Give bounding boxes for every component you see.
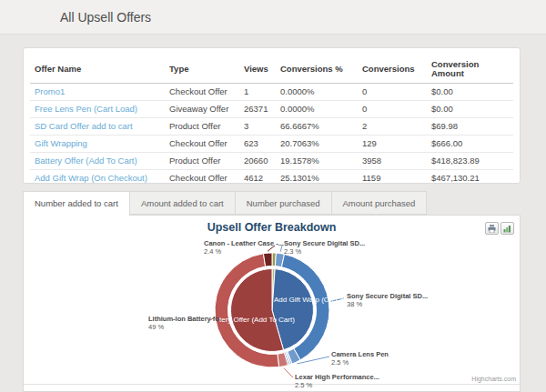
pie-slice-label-name: Sony Secure Digital SD... xyxy=(284,239,365,247)
chart-tabs: Number added to cart Amount added to car… xyxy=(23,191,426,216)
offer-link[interactable]: Battery Offer (Add To Cart) xyxy=(35,156,137,166)
table-cell: 0.0000% xyxy=(276,101,358,118)
offer-link[interactable]: Add Gift Wrap (On Checkout) xyxy=(35,173,147,183)
inner-slice-label: tery Offer (Add To Cart) xyxy=(219,316,295,324)
offer-name-cell: Free Lens Pen (Cart Load) xyxy=(30,101,165,118)
table-header-row: Offer NameTypeViewsConversions %Conversi… xyxy=(30,55,513,84)
offer-name-cell: SD Card Offer add to cart xyxy=(30,118,165,136)
pie-slice-label-percent: 2.5 % xyxy=(295,381,379,389)
table-cell: $467,130.21 xyxy=(427,170,513,187)
tab-number-purchased[interactable]: Number purchased xyxy=(235,191,332,215)
table-cell: 20660 xyxy=(239,153,276,170)
offers-table-card: Offer NameTypeViewsConversions %Conversi… xyxy=(23,47,521,184)
table-cell: 1 xyxy=(239,84,276,101)
pie-slice-label-name: Lexar High Performance... xyxy=(295,373,379,381)
tab-number-added-to-cart[interactable]: Number added to cart xyxy=(23,191,130,216)
table-row: SD Card Offer add to cartProduct Offer36… xyxy=(30,118,513,136)
column-header: Views xyxy=(239,55,276,84)
chart-credits[interactable]: Highcharts.com xyxy=(471,376,516,382)
column-header: Conversions % xyxy=(276,55,358,84)
table-cell: 0 xyxy=(358,84,427,101)
table-row: Promo1Checkout Offer10.0000%0$0.00 xyxy=(30,84,513,101)
pie-slice-label: Sony Secure Digital SD...2.3 % xyxy=(284,239,365,256)
offer-name-cell: Add Gift Wrap (On Checkout) xyxy=(30,170,165,187)
page-title: All Upsell Offers xyxy=(0,0,546,25)
pie-slice-label: Canon - Leather Case -...2.4 % xyxy=(204,239,284,256)
pie-slice-label-name: Sony Secure Digital SD... xyxy=(347,292,428,300)
table-cell: 0 xyxy=(358,101,427,118)
upsell-breakdown-chart: Upsell Offer Breakdown Sony Secure Digit… xyxy=(24,216,520,385)
tab-amount-added-to-cart[interactable]: Amount added to cart xyxy=(129,191,236,215)
tab-content-panel: Upsell Offer Breakdown Sony Secure Digit… xyxy=(23,215,521,392)
table-cell: 3 xyxy=(239,118,276,136)
table-cell: $69.98 xyxy=(427,118,513,136)
column-header: Conversion Amount xyxy=(427,55,513,84)
table-cell: 19.1578% xyxy=(276,153,358,170)
table-cell: 66.6667% xyxy=(276,118,358,136)
table-cell: Checkout Offer xyxy=(165,170,239,187)
pie-slice-label-percent: 38 % xyxy=(347,300,428,308)
inner-slice-label: Add Gift Warp (On Chec... xyxy=(274,296,359,304)
table-cell: 623 xyxy=(239,136,276,153)
table-row: Free Lens Pen (Cart Load)Giveaway Offer2… xyxy=(30,101,513,118)
table-row: Battery Offer (Add To Cart)Product Offer… xyxy=(30,153,513,170)
table-cell: 4612 xyxy=(239,170,276,187)
offer-link[interactable]: Promo1 xyxy=(35,86,65,96)
table-cell: Product Offer xyxy=(165,153,239,170)
offer-name-cell: Gift Wrapping xyxy=(30,136,165,153)
table-cell: Giveaway Offer xyxy=(165,101,239,118)
table-row: Gift WrappingCheckout Offer62320.7063%12… xyxy=(30,136,513,153)
label-connector-line xyxy=(284,368,293,377)
table-cell: 26371 xyxy=(239,101,276,118)
offer-link[interactable]: SD Card Offer add to cart xyxy=(35,121,133,131)
table-cell: 129 xyxy=(358,136,427,153)
tab-amount-purchased[interactable]: Amount purchased xyxy=(331,191,428,215)
table-cell: 3958 xyxy=(358,153,427,170)
offer-link[interactable]: Free Lens Pen (Cart Load) xyxy=(35,104,137,114)
table-cell: 20.7063% xyxy=(276,136,358,153)
pie-slice-label-percent: 49 % xyxy=(148,323,225,331)
pie-slice-label: Camera Lens Pen2.5 % xyxy=(331,350,389,367)
pie-slice-label-percent: 2.4 % xyxy=(204,247,284,256)
table-cell: 0.0000% xyxy=(276,84,358,101)
table-cell: Checkout Offer xyxy=(165,136,239,153)
page-header: All Upsell Offers xyxy=(0,0,546,35)
column-header: Offer Name xyxy=(30,55,165,84)
pie-slice-label-percent: 2.3 % xyxy=(284,247,365,256)
table-cell: $0.00 xyxy=(427,84,513,101)
offer-link[interactable]: Gift Wrapping xyxy=(35,138,87,148)
pie-slice-label-name: Camera Lens Pen xyxy=(331,350,389,358)
pie-slice-label: Lexar High Performance...2.5 % xyxy=(295,373,379,389)
offer-name-cell: Battery Offer (Add To Cart) xyxy=(30,153,165,170)
column-header: Conversions xyxy=(358,55,427,84)
pie-slice-label: Lithium-Ion Battery fo...49 % xyxy=(148,315,225,331)
page: All Upsell Offers Offer NameTypeViewsCon… xyxy=(0,0,546,392)
offers-table: Offer NameTypeViewsConversions %Conversi… xyxy=(30,55,513,187)
pie-slice-label: Sony Secure Digital SD...38 % xyxy=(347,292,428,308)
table-row: Add Gift Wrap (On Checkout)Checkout Offe… xyxy=(30,170,513,187)
table-body: Promo1Checkout Offer10.0000%0$0.00Free L… xyxy=(30,84,513,187)
pie-slice-label-percent: 2.5 % xyxy=(331,358,389,367)
table-cell: 2 xyxy=(358,118,427,136)
table-cell: $418,823.89 xyxy=(427,153,513,170)
pie-slice-label-name: Lithium-Ion Battery fo... xyxy=(148,315,225,323)
column-header: Type xyxy=(165,55,239,84)
table-cell: 25.1301% xyxy=(276,170,358,187)
table-cell: Product Offer xyxy=(165,118,239,136)
table-cell: $666.00 xyxy=(427,136,513,153)
pie-slice-label-name: Canon - Leather Case -... xyxy=(204,239,284,247)
table-cell: $0.00 xyxy=(427,101,513,118)
table-cell: Checkout Offer xyxy=(165,84,239,101)
offer-name-cell: Promo1 xyxy=(30,84,165,101)
table-cell: 1159 xyxy=(358,170,427,187)
